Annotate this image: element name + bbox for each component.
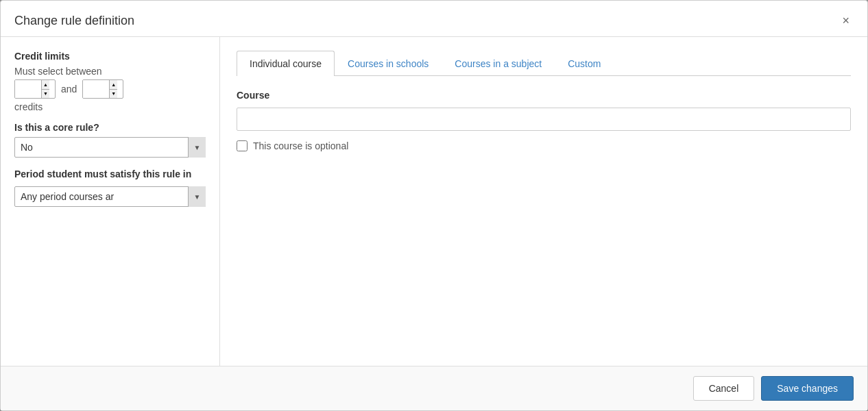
and-label: and — [61, 84, 77, 95]
right-panel: Individual course Courses in schools Cou… — [220, 37, 867, 366]
credits-label: credits — [14, 101, 206, 112]
min-credits-spinner[interactable]: ▲ ▼ — [14, 79, 56, 99]
max-decrement-button[interactable]: ▼ — [110, 89, 117, 99]
tab-custom[interactable]: Custom — [555, 51, 614, 76]
core-rule-section: Is this a core rule? No Yes ▼ — [14, 122, 206, 158]
credit-limits-label: Credit limits — [14, 51, 206, 62]
dialog-body: Credit limits Must select between ▲ ▼ an… — [1, 37, 867, 366]
max-credits-spinner[interactable]: ▲ ▼ — [82, 79, 123, 99]
dialog-title: Change rule definition — [14, 14, 134, 28]
min-spinner-buttons: ▲ ▼ — [41, 80, 49, 98]
optional-checkbox-row: This course is optional — [237, 140, 851, 151]
credit-inputs-row: ▲ ▼ and ▲ ▼ — [14, 79, 206, 99]
core-rule-select[interactable]: No Yes — [14, 137, 206, 158]
period-select-wrapper: Any period courses ar ▼ — [14, 186, 206, 207]
optional-label: This course is optional — [253, 140, 348, 151]
close-button[interactable]: × — [838, 13, 854, 28]
change-rule-dialog: Change rule definition × Credit limits M… — [0, 0, 868, 411]
period-label: Period student must satisfy this rule in — [14, 169, 206, 179]
period-section: Period student must satisfy this rule in… — [14, 169, 206, 207]
max-credits-input[interactable] — [83, 80, 109, 98]
tab-individual-course[interactable]: Individual course — [237, 51, 335, 76]
dialog-header: Change rule definition × — [1, 1, 867, 37]
min-increment-button[interactable]: ▲ — [42, 80, 49, 89]
period-select[interactable]: Any period courses ar — [14, 186, 206, 207]
max-spinner-buttons: ▲ ▼ — [109, 80, 117, 98]
must-select-label: Must select between — [14, 66, 102, 77]
course-input[interactable] — [237, 108, 851, 131]
dialog-footer: Cancel Save changes — [1, 366, 867, 410]
course-section: Course This course is optional — [237, 90, 851, 151]
save-button[interactable]: Save changes — [761, 376, 854, 401]
min-credits-input[interactable] — [15, 80, 41, 98]
tab-courses-in-schools[interactable]: Courses in schools — [335, 51, 442, 76]
course-label: Course — [237, 90, 851, 101]
tab-courses-in-subject[interactable]: Courses in a subject — [442, 51, 555, 76]
tabs-container: Individual course Courses in schools Cou… — [237, 51, 851, 76]
max-increment-button[interactable]: ▲ — [110, 80, 117, 89]
left-panel: Credit limits Must select between ▲ ▼ an… — [1, 37, 220, 366]
core-rule-select-wrapper: No Yes ▼ — [14, 137, 206, 158]
min-decrement-button[interactable]: ▼ — [42, 89, 49, 99]
optional-checkbox[interactable] — [237, 140, 248, 151]
core-rule-label: Is this a core rule? — [14, 122, 206, 133]
credit-limits-row: Must select between — [14, 66, 206, 77]
cancel-button[interactable]: Cancel — [693, 376, 755, 401]
